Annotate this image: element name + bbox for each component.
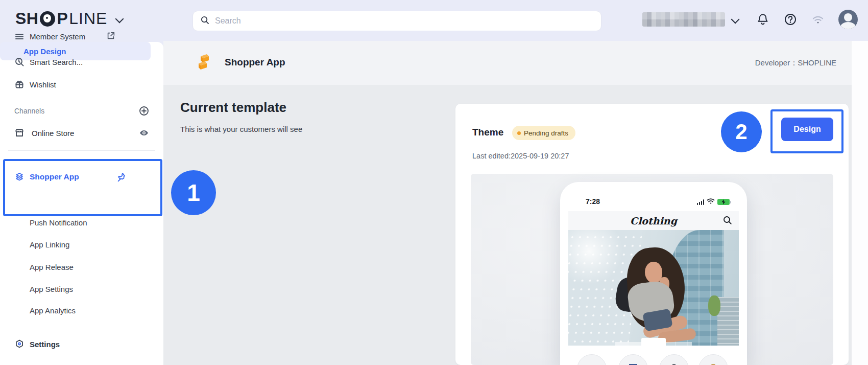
global-search[interactable] [192,11,601,31]
sidebar-item-label: App Settings [30,285,73,293]
annotation-badge-step2: 2 [721,111,762,152]
sidebar-item-online-store[interactable]: Online Store [0,125,163,141]
phone-search-icon[interactable] [722,215,733,227]
sidebar-item-label: Online Store [32,129,74,138]
light-flare-art [568,230,628,289]
sidebar-item-app-settings[interactable]: App Settings [0,281,163,296]
phone-mockup: 7:28 Clothing [560,182,747,365]
status-badge: Pending drafts [512,126,575,140]
sidebar-item-settings[interactable]: Settings [0,336,163,352]
sidebar-item-app-analytics[interactable]: App Analytics [0,303,163,318]
sidebar-section-channels: Channels [0,103,163,119]
sidebar-item-label: Push Notification [30,218,87,227]
section-heading: Current template [180,100,286,116]
sidebar-item-label: Wishlist [30,80,56,89]
sidebar-item-app-linking[interactable]: App Linking [0,237,163,252]
sidebar-item-app-release[interactable]: App Release [0,259,163,275]
phone-clock: 7:28 [586,197,600,206]
status-badge-label: Pending drafts [524,129,568,137]
phone-status-icons [697,197,730,207]
search-icon [200,15,210,27]
theme-title: Theme [472,127,503,138]
avatar[interactable] [838,10,858,29]
pin-icon[interactable] [116,172,127,182]
gift-icon [14,79,25,89]
battery-icon [717,199,730,205]
list-icon [14,31,25,41]
sidebar-item-label: App Release [30,263,74,271]
store-name: Clothing [630,215,677,226]
sidebar-item-label: Shopper App [30,172,79,181]
sidebar-item-shopper-app[interactable]: Shopper App [0,169,163,185]
sidebar-item-label: App Design [23,47,66,56]
cellular-signal-icon [697,199,705,205]
sidebar-divider [8,150,155,151]
hero-banner-image[interactable] [568,230,739,346]
search-input[interactable] [215,16,594,26]
category-circle-jeans[interactable] [618,354,648,365]
last-edited-timestamp: Last edited:2025-09-19 20:27 [472,152,569,160]
storefront-icon [14,128,25,138]
eye-icon[interactable] [139,128,149,138]
status-dot [517,131,521,135]
sidebar-item-label: Smart Search... [30,58,83,66]
developer-label: Developer：SHOPLINE [612,58,836,68]
wifi-icon[interactable] [811,12,825,27]
channels-section-label: Channels [14,107,44,115]
sidebar-item-label: Member System [30,32,85,41]
logo-text: P [57,9,68,28]
help-icon[interactable] [783,12,798,27]
phone-app-bar: Clothing [568,211,739,230]
add-channel-button[interactable] [139,106,149,116]
sidebar-item-smart-search[interactable]: Smart Search... [0,54,163,70]
design-button[interactable]: Design [781,118,833,141]
annotation-badge-step1: 1 [171,170,216,215]
sidebar-item-label: Settings [30,340,60,349]
shopper-app-logo-icon [197,53,211,74]
category-circle-shoes[interactable] [577,354,607,365]
category-circle-bag[interactable] [659,354,689,365]
carousel-indicator [641,338,666,346]
sidebar-item-wishlist[interactable]: Wishlist [0,77,163,92]
phone-wifi-icon [707,197,715,207]
section-subheading: This is what your customers will see [180,125,302,133]
smart-search-icon [14,57,25,67]
shopper-app-icon [14,172,25,182]
notification-bell-icon[interactable] [756,12,770,27]
logo-text: LINE [69,9,107,28]
greenery-art [708,295,720,316]
gear-icon [14,339,25,349]
sidebar-item-label: App Analytics [30,306,76,315]
logo-text: SH [15,9,38,28]
external-link-icon [106,31,116,41]
low-building-art [717,297,739,346]
account-name-blurred[interactable] [642,12,725,27]
shopline-logo-icon [40,11,55,27]
category-circle-clutch[interactable] [698,354,728,365]
sidebar-item-push-notification[interactable]: Push Notification [0,215,163,230]
page-title: Shopper App [225,57,285,68]
scrollbar-track[interactable] [852,41,868,365]
sidebar-item-label: App Linking [30,240,69,249]
shopline-logo[interactable]: SH P LINE [15,9,107,28]
